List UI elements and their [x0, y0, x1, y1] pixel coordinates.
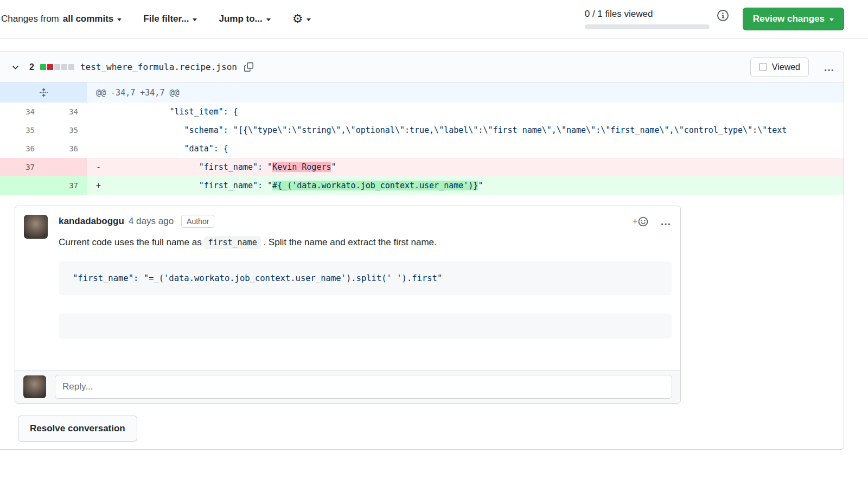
diff-settings-dropdown[interactable]: ⚙ — [292, 13, 311, 25]
new-line-number[interactable]: 36 — [43, 139, 87, 158]
diff-stat-squares — [40, 64, 74, 70]
review-thread-section: kandadaboggu 4 days ago Author + … Curre… — [0, 195, 844, 449]
file-diff-card: 2 test_where_formula.recipe.json Viewed … — [0, 52, 844, 450]
files-viewed-progressbar — [585, 24, 710, 29]
caret-down-icon — [193, 18, 197, 21]
viewed-label: Viewed — [772, 62, 800, 72]
comment-thread: kandadaboggu 4 days ago Author + … Curre… — [15, 206, 681, 404]
new-line-number[interactable]: 35 — [43, 121, 87, 139]
viewed-checkbox[interactable] — [759, 63, 767, 71]
diff-row: 37+ "first_name": "#{_('data.workato.job… — [0, 176, 844, 195]
smiley-icon — [638, 216, 648, 227]
expand-diff-button[interactable] — [0, 82, 87, 103]
jump-to-dropdown[interactable]: Jump to... — [219, 14, 270, 24]
new-line-number[interactable]: 37 — [43, 176, 87, 195]
resolve-conversation-button[interactable]: Resolve conversation — [18, 416, 137, 442]
caret-down-icon — [266, 18, 271, 21]
pr-files-toolbar: Changes from all commits File filter... … — [0, 0, 868, 39]
jump-to-label: Jump to... — [219, 14, 262, 24]
diff-row: 3636 "data": { — [0, 139, 844, 158]
comment-author-link[interactable]: kandadaboggu — [59, 216, 124, 227]
diff-square — [54, 64, 60, 70]
comment-controls: + … — [633, 216, 672, 227]
changes-from-value: all commits — [63, 14, 114, 24]
changes-from-dropdown[interactable]: Changes from all commits — [1, 14, 122, 24]
review-changes-button[interactable]: Review changes — [743, 8, 844, 30]
files-viewed-progress: 0 / 1 files viewed — [585, 9, 710, 29]
avatar[interactable] — [24, 215, 48, 239]
diff-line-content: - "first_name": "Kevin Rogers" — [87, 158, 844, 176]
diff-view: @@ -34,7 +34,7 @@ 3434 "list_item": {353… — [0, 82, 844, 195]
caret-down-icon — [117, 18, 122, 21]
diff-square — [40, 64, 46, 70]
comment-text: . Split the name and extract the first n… — [261, 237, 437, 247]
comment-body: Current code uses the full name as first… — [59, 235, 672, 250]
reply-section — [15, 370, 680, 403]
changed-lines-count: 2 — [29, 62, 34, 72]
new-line-number[interactable]: 34 — [43, 103, 87, 121]
empty-code-block — [59, 314, 672, 339]
gear-icon: ⚙ — [292, 13, 303, 25]
info-icon[interactable] — [717, 10, 729, 21]
old-line-number[interactable] — [0, 176, 43, 195]
kebab-icon[interactable]: … — [824, 62, 835, 73]
diff-square — [47, 64, 53, 70]
diff-line-content: "data": { — [87, 139, 844, 158]
unfold-icon — [39, 88, 48, 97]
diff-line-content: "schema": "[{\"type\":\"string\",\"optio… — [87, 121, 844, 139]
comment-code-block: "first_name": "=_('data.workato.job_cont… — [59, 261, 672, 295]
comment-header: kandadaboggu 4 days ago Author + … — [59, 215, 672, 228]
comment-text: Current code uses the full name as — [59, 237, 204, 247]
changed-word-highlight: Kevin Rogers — [272, 162, 331, 172]
diff-rows: 3434 "list_item": {3535 "schema": "[{\"t… — [0, 103, 844, 195]
diff-line-content: "list_item": { — [87, 103, 844, 121]
changes-from-label: Changes from — [1, 14, 59, 24]
review-changes-label: Review changes — [753, 14, 825, 24]
file-filter-dropdown[interactable]: File filter... — [143, 14, 197, 24]
caret-down-icon — [829, 18, 834, 21]
plus-icon: + — [633, 216, 637, 226]
avatar[interactable] — [23, 375, 46, 398]
diff-square — [61, 64, 67, 70]
old-line-number[interactable]: 36 — [0, 139, 43, 158]
hunk-row: @@ -34,7 +34,7 @@ — [0, 82, 844, 103]
collapse-file-button[interactable] — [9, 60, 22, 74]
diff-row: 3434 "list_item": { — [0, 103, 844, 121]
kebab-icon[interactable]: … — [660, 216, 672, 227]
viewed-toggle[interactable]: Viewed — [750, 58, 809, 77]
old-line-number[interactable]: 37 — [0, 158, 43, 176]
toolbar-right: 0 / 1 files viewed Review changes — [585, 8, 844, 30]
comment-timestamp[interactable]: 4 days ago — [129, 216, 174, 227]
hunk-header: @@ -34,7 +34,7 @@ — [87, 82, 844, 103]
diff-row: 37- "first_name": "Kevin Rogers" — [0, 158, 844, 176]
diff-square — [68, 64, 74, 70]
diff-row: 3535 "schema": "[{\"type\":\"string\",\"… — [0, 121, 844, 139]
old-line-number[interactable]: 34 — [0, 103, 43, 121]
old-line-number[interactable]: 35 — [0, 121, 43, 139]
diff-line-content: + "first_name": "#{_('data.workato.job_c… — [87, 176, 844, 195]
add-reaction-button[interactable]: + — [633, 216, 648, 227]
inline-code: first_name — [204, 236, 260, 249]
file-header: 2 test_where_formula.recipe.json Viewed … — [0, 52, 844, 82]
file-name-link[interactable]: test_where_formula.recipe.json — [80, 62, 237, 72]
comment-main: kandadaboggu 4 days ago Author + … Curre… — [59, 215, 672, 361]
new-line-number[interactable] — [43, 158, 87, 176]
comment: kandadaboggu 4 days ago Author + … Curre… — [15, 206, 680, 370]
copy-icon[interactable] — [244, 62, 253, 72]
author-badge: Author — [181, 215, 214, 228]
caret-down-icon — [307, 18, 311, 21]
file-filter-label: File filter... — [143, 14, 189, 24]
reply-input[interactable] — [55, 375, 672, 399]
files-viewed-text: 0 / 1 files viewed — [585, 9, 710, 20]
changed-word-highlight: #{_('data.workato.job_context.user_name'… — [272, 181, 478, 190]
